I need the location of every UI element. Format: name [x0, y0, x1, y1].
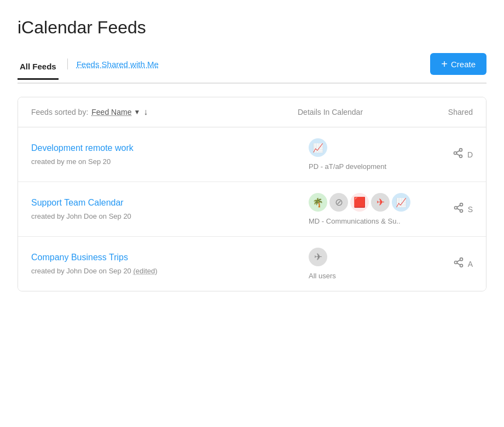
- create-button-label: Create: [451, 60, 476, 69]
- add-icon-circle: 🟥: [350, 193, 369, 212]
- x-plane-icon: ✈: [376, 196, 385, 208]
- feed-share: S: [429, 202, 473, 216]
- feeds-table: Feeds sorted by: Feed Name ▼ ↓ Details I…: [18, 97, 486, 291]
- chart2-icon: 📈: [396, 197, 407, 208]
- share-icon[interactable]: [453, 257, 465, 271]
- palm-icon: 🌴: [312, 197, 323, 208]
- feed-name-link[interactable]: Company Business Trips: [31, 253, 309, 262]
- share-icon[interactable]: [453, 202, 465, 216]
- page-title: iCalendar Feeds: [18, 17, 486, 38]
- tabs-row: All Feeds Feeds Shared with Me + Create: [18, 53, 486, 84]
- feed-icons: 📈: [309, 138, 429, 157]
- svg-line-14: [457, 260, 460, 261]
- chart-icon: 📈: [312, 143, 323, 153]
- share-label: D: [467, 150, 473, 159]
- feed-meta: created by John Doe on Sep 20: [31, 212, 131, 220]
- table-header: Feeds sorted by: Feed Name ▼ ↓ Details I…: [18, 97, 486, 127]
- feed-calendar-text: MD - Communications & Su..: [309, 217, 429, 225]
- sort-dropdown-icon: ▼: [134, 108, 140, 116]
- x-icon-circle: ✈: [371, 193, 390, 212]
- feed-share: D: [429, 148, 473, 161]
- share-label: A: [468, 260, 473, 268]
- plane-icon: ✈: [314, 251, 322, 263]
- sort-label: Feeds sorted by:: [31, 108, 88, 116]
- plus-icon: +: [441, 59, 448, 69]
- col-shared-header: Shared: [418, 108, 473, 116]
- feed-meta: created by me on Sep 20: [31, 157, 111, 166]
- edited-label: (edited): [133, 267, 157, 275]
- svg-line-8: [457, 208, 460, 210]
- col-details-header: Details In Calendar: [298, 108, 418, 116]
- sort-selector[interactable]: Feed Name ▼: [91, 108, 140, 116]
- feed-name-link[interactable]: Development remote work: [31, 143, 309, 153]
- tab-shared-with-me[interactable]: Feeds Shared with Me: [77, 60, 159, 77]
- palm-icon-circle: 🌴: [309, 193, 327, 212]
- feed-row: Company Business Trips created by John D…: [18, 237, 486, 291]
- feed-icons: 🌴 ⊘ 🟥 ✈ 📈: [309, 193, 429, 212]
- feed-calendar-text: All users: [309, 272, 429, 280]
- feed-row: Development remote work created by me on…: [18, 127, 486, 182]
- share-label: S: [468, 205, 473, 214]
- sort-direction-icon[interactable]: ↓: [143, 107, 148, 117]
- feed-row: Support Team Calendar created by John Do…: [18, 182, 486, 237]
- tab-all-feeds[interactable]: All Feeds: [18, 57, 59, 79]
- feed-name-link[interactable]: Support Team Calendar: [31, 198, 309, 208]
- cancel-icon-circle: ⊘: [329, 193, 348, 212]
- cancel-icon: ⊘: [335, 196, 343, 208]
- chart-icon-circle: 📈: [309, 138, 327, 157]
- tabs-left: All Feeds Feeds Shared with Me: [18, 57, 159, 79]
- sort-field: Feed Name: [91, 108, 131, 116]
- feed-details: 🌴 ⊘ 🟥 ✈ 📈 MD - Communications & S: [309, 193, 429, 225]
- svg-line-3: [456, 154, 460, 155]
- add-icon: 🟥: [354, 196, 366, 208]
- share-icon[interactable]: [452, 148, 464, 161]
- svg-line-13: [457, 263, 460, 265]
- chart2-icon-circle: 📈: [392, 193, 410, 212]
- svg-line-4: [456, 150, 460, 152]
- feed-info: Company Business Trips created by John D…: [31, 253, 309, 276]
- feed-calendar-text: PD - aT/aP development: [309, 162, 429, 171]
- feed-icons: ✈: [309, 248, 429, 266]
- feed-details: 📈 PD - aT/aP development: [309, 138, 429, 171]
- create-feed-button[interactable]: + Create: [430, 53, 486, 75]
- feed-info: Support Team Calendar created by John Do…: [31, 198, 309, 221]
- feed-info: Development remote work created by me on…: [31, 143, 309, 166]
- feed-details: ✈ All users: [309, 248, 429, 280]
- feed-meta: created by John Doe on Sep 20 (edited): [31, 267, 158, 275]
- svg-line-9: [457, 205, 460, 207]
- feed-share: A: [429, 257, 473, 271]
- tab-divider: [67, 59, 68, 69]
- plane-icon-circle: ✈: [309, 248, 327, 266]
